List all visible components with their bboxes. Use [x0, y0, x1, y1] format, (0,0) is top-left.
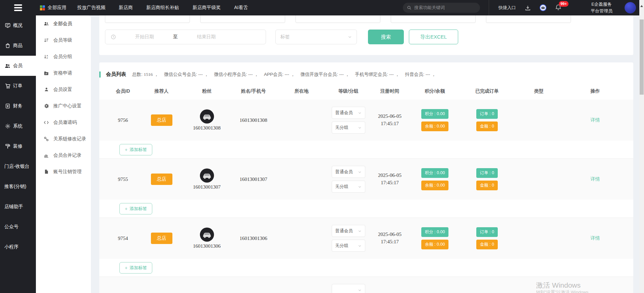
search-button[interactable]: 搜索: [368, 30, 404, 44]
export-excel-button[interactable]: 导出EXCEL: [409, 30, 458, 44]
submenu-item-会员设置[interactable]: 会员设置: [36, 81, 91, 98]
chevron-down-icon: [358, 288, 362, 292]
scrollbar-thumb[interactable]: [640, 19, 644, 95]
balance-badge: 余额 : 0.00: [421, 240, 449, 249]
date-range-picker[interactable]: 开始日期 至 结束日期: [105, 30, 266, 44]
sidebar-item-装修[interactable]: 装修: [0, 136, 36, 156]
group-select[interactable]: 无分组: [332, 240, 365, 252]
submenu-item-icon: [44, 87, 49, 92]
stat-item: 手机号绑定会员: ---，: [355, 71, 403, 78]
member-avatar[interactable]: [200, 228, 214, 242]
notification-badge: 99+: [559, 1, 569, 7]
submenu-item-icon: [44, 38, 49, 43]
submenu-item-label: 会员等级: [53, 37, 72, 43]
sidebar-item-商品[interactable]: 商品: [0, 36, 36, 56]
stat-item: 抖音会员: ---，: [405, 71, 439, 78]
table-row: 9755 总店 16013001307 16013001307 普通会员 无分组: [99, 159, 633, 200]
all-apps-button[interactable]: 全部应用: [40, 5, 66, 11]
detail-link[interactable]: 详情: [591, 117, 600, 123]
tag-select[interactable]: 标签: [275, 30, 357, 44]
quick-entry-link[interactable]: 快捷入口: [498, 5, 516, 11]
sidebar-item-概况[interactable]: 概况: [0, 15, 36, 36]
sidebar-item-推客(分销)[interactable]: 推客(分销): [0, 177, 36, 197]
chevron-down-icon: [358, 126, 362, 130]
sidebar-item-label: 财务: [13, 103, 22, 109]
fans-cell: 16013001308: [183, 109, 230, 131]
level-select[interactable]: 普通会员: [332, 225, 365, 237]
topbar-search-input[interactable]: 搜索功能关键词: [403, 3, 480, 13]
sidebar-item-系统[interactable]: 系统: [0, 116, 36, 136]
orders-cell: 订单 : 0 金额 : 0: [460, 109, 514, 131]
apps-grid-icon: [40, 5, 45, 10]
add-tag-button[interactable]: + 添加标签: [119, 144, 152, 155]
detail-link[interactable]: 详情: [591, 176, 600, 182]
page-scrollbar[interactable]: [639, 0, 644, 293]
sidebar-item-财务[interactable]: 财务: [0, 96, 36, 116]
sidebar-item-门店-收银台[interactable]: 门店-收银台: [0, 156, 36, 177]
member-avatar[interactable]: [200, 168, 214, 183]
detail-link[interactable]: 详情: [591, 235, 600, 241]
download-icon[interactable]: [524, 4, 531, 11]
windows-activation-watermark: 激活 Windows: [536, 281, 581, 290]
column-header: 积分/余额: [410, 88, 460, 94]
notifications-button[interactable]: 99+: [555, 4, 562, 12]
submenu-item-会员分组[interactable]: AZ 会员分组: [36, 48, 91, 65]
column-header: 所在地: [276, 88, 327, 94]
submenu-item-会员邀请码[interactable]: 会员邀请码: [36, 114, 91, 131]
account-name[interactable]: E企盈服务 平台管理员: [591, 1, 612, 14]
submenu-item-关系链修改记录[interactable]: 关系链修改记录: [36, 131, 91, 147]
sidebar-item-label: 装修: [13, 143, 22, 149]
sidebar-item-会员[interactable]: 会员: [0, 56, 36, 76]
sidebar-item-店铺助手[interactable]: 店铺助手: [0, 197, 36, 217]
car-photo-icon: [201, 229, 213, 240]
submenu-item-icon: [44, 169, 49, 175]
sidebar-item-label: 门店-收银台: [4, 163, 30, 169]
level-select[interactable]: [332, 284, 365, 293]
column-header: 等级/分组: [327, 88, 370, 94]
topbar-nav-item[interactable]: 新店商: [119, 5, 133, 11]
topbar-nav-item[interactable]: 新店商平级奖: [193, 5, 221, 11]
submenu-item-全部会员[interactable]: 全部会员: [36, 15, 91, 32]
submenu-item-账号注销管理[interactable]: 账号注销管理: [36, 163, 91, 180]
submenu-item-label: 会员设置: [53, 87, 72, 93]
date-start-placeholder: 开始日期: [116, 34, 173, 40]
ai-assistant-icon[interactable]: [539, 4, 547, 11]
sidebar-item-label: 店铺助手: [4, 204, 23, 210]
sidebar-item-label: 小程序: [4, 244, 18, 250]
add-tag-button[interactable]: + 添加标签: [119, 203, 152, 214]
submenu-item-会员等级[interactable]: 会员等级: [36, 32, 91, 48]
add-tag-label: 添加标签: [129, 206, 147, 212]
user-avatar[interactable]: [625, 2, 636, 13]
amount-badge: 金额 : 0: [476, 240, 498, 249]
points-balance-cell: 积分 : 0.00 余额 : 0.00: [410, 168, 460, 190]
amount-badge: 金额 : 0: [476, 121, 498, 131]
member-avatar[interactable]: [200, 109, 214, 124]
sidebar-item-label: 商品: [13, 43, 22, 49]
table-header-row: 会员ID推荐人粉丝姓名/手机号所在地等级/分组注册时间积分/余额已完成订单类型操…: [99, 78, 633, 100]
hamburger-menu-button[interactable]: [0, 3, 36, 12]
level-select[interactable]: 普通会员: [332, 107, 365, 119]
level-select[interactable]: 普通会员: [332, 166, 365, 178]
sidebar-item-公众号[interactable]: 公众号: [0, 217, 36, 237]
chevron-down-icon: [358, 111, 362, 115]
search-icon: [407, 5, 412, 10]
group-select[interactable]: 无分组: [332, 121, 365, 134]
scrollbar-up-arrow-icon[interactable]: [640, 5, 643, 7]
group-select[interactable]: 无分组: [332, 181, 365, 193]
submenu-item-label: 全部会员: [53, 21, 72, 27]
sidebar-item-小程序[interactable]: 小程序: [0, 237, 36, 257]
level-group-cell: [327, 284, 370, 293]
add-tag-button[interactable]: + 添加标签: [119, 262, 152, 274]
topbar-nav-item[interactable]: AI看舌: [234, 5, 248, 11]
sidebar-item-订单[interactable]: 订单: [0, 76, 36, 96]
submenu-item-icon: AZ: [44, 54, 49, 59]
submenu-item-资格申请[interactable]: 资格申请: [36, 65, 91, 81]
submenu-item-推广中心设置[interactable]: 推广中心设置: [36, 98, 91, 114]
topbar-nav-item[interactable]: 投放广告视频: [77, 5, 105, 11]
chevron-down-icon: [358, 185, 362, 189]
clock-icon: [111, 34, 116, 40]
submenu-item-会员合并记录[interactable]: 会员合并记录: [36, 147, 91, 163]
member-list-header: 会员列表 总数: 1516， 微信公众号会员: ---， 微信小程序会员: --…: [99, 62, 633, 78]
balance-badge: 余额 : 0.00: [421, 121, 449, 131]
topbar-nav-item[interactable]: 新店商组长补贴: [146, 5, 179, 11]
